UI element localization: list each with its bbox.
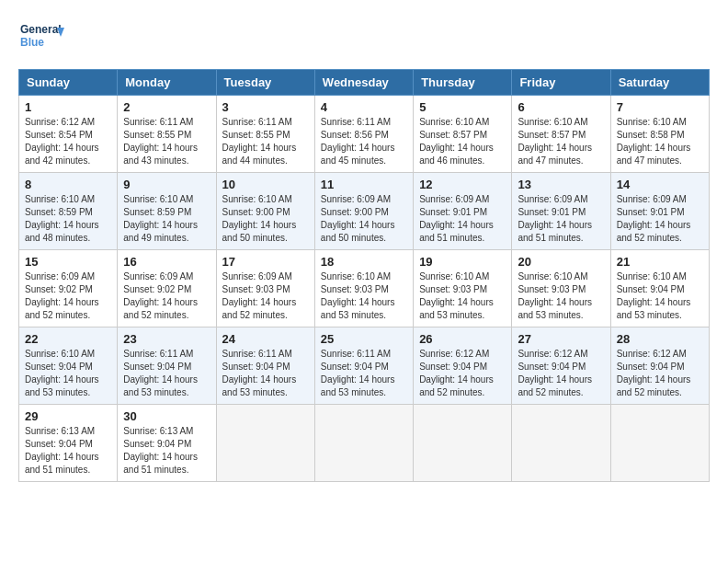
calendar-day-cell xyxy=(610,405,709,482)
day-number: 24 xyxy=(222,332,309,346)
day-number: 1 xyxy=(25,100,111,114)
day-info: Sunrise: 6:10 AM Sunset: 9:03 PM Dayligh… xyxy=(518,270,604,322)
day-info: Sunrise: 6:11 AM Sunset: 8:55 PM Dayligh… xyxy=(222,116,309,167)
calendar-day-cell: 5 Sunrise: 6:10 AM Sunset: 8:57 PM Dayli… xyxy=(414,96,512,173)
logo-svg: General Blue xyxy=(18,18,64,60)
svg-text:Blue: Blue xyxy=(20,36,44,49)
calendar-week-row: 29 Sunrise: 6:13 AM Sunset: 9:04 PM Dayl… xyxy=(19,405,710,482)
day-info: Sunrise: 6:12 AM Sunset: 9:04 PM Dayligh… xyxy=(419,348,506,399)
day-number: 2 xyxy=(123,100,210,114)
weekday-header: Saturday xyxy=(610,70,709,96)
calendar-day-cell: 11 Sunrise: 6:09 AM Sunset: 9:00 PM Dayl… xyxy=(314,173,413,250)
calendar-day-cell: 19 Sunrise: 6:10 AM Sunset: 9:03 PM Dayl… xyxy=(414,250,512,327)
day-number: 18 xyxy=(321,255,407,269)
calendar-day-cell: 22 Sunrise: 6:10 AM Sunset: 9:04 PM Dayl… xyxy=(19,327,118,405)
calendar-day-cell xyxy=(216,405,314,482)
day-number: 10 xyxy=(222,178,309,191)
day-number: 7 xyxy=(617,100,703,114)
day-info: Sunrise: 6:10 AM Sunset: 9:04 PM Dayligh… xyxy=(617,270,703,322)
day-number: 16 xyxy=(123,255,210,269)
day-number: 14 xyxy=(617,178,703,191)
day-number: 3 xyxy=(222,100,309,114)
day-number: 12 xyxy=(419,178,506,191)
calendar-day-cell: 10 Sunrise: 6:10 AM Sunset: 9:00 PM Dayl… xyxy=(216,173,314,250)
day-info: Sunrise: 6:10 AM Sunset: 8:59 PM Dayligh… xyxy=(123,193,210,245)
day-number: 28 xyxy=(617,332,703,346)
calendar-day-cell: 1 Sunrise: 6:12 AM Sunset: 8:54 PM Dayli… xyxy=(19,96,118,173)
calendar-table: SundayMondayTuesdayWednesdayThursdayFrid… xyxy=(18,69,710,482)
day-info: Sunrise: 6:12 AM Sunset: 9:04 PM Dayligh… xyxy=(518,348,604,399)
day-number: 17 xyxy=(222,255,309,269)
weekday-header: Sunday xyxy=(19,70,118,96)
day-info: Sunrise: 6:10 AM Sunset: 9:00 PM Dayligh… xyxy=(222,193,309,245)
day-number: 9 xyxy=(123,178,210,191)
day-info: Sunrise: 6:10 AM Sunset: 8:57 PM Dayligh… xyxy=(518,116,604,167)
calendar-day-cell: 23 Sunrise: 6:11 AM Sunset: 9:04 PM Dayl… xyxy=(118,327,216,405)
day-info: Sunrise: 6:09 AM Sunset: 9:02 PM Dayligh… xyxy=(123,270,210,322)
calendar-day-cell: 29 Sunrise: 6:13 AM Sunset: 9:04 PM Dayl… xyxy=(19,405,118,482)
calendar-day-cell: 21 Sunrise: 6:10 AM Sunset: 9:04 PM Dayl… xyxy=(610,250,709,327)
calendar-day-cell: 28 Sunrise: 6:12 AM Sunset: 9:04 PM Dayl… xyxy=(610,327,709,405)
day-number: 22 xyxy=(25,332,111,346)
calendar-day-cell: 20 Sunrise: 6:10 AM Sunset: 9:03 PM Dayl… xyxy=(512,250,610,327)
calendar-day-cell: 27 Sunrise: 6:12 AM Sunset: 9:04 PM Dayl… xyxy=(512,327,610,405)
day-number: 25 xyxy=(321,332,407,346)
day-number: 19 xyxy=(419,255,506,269)
svg-text:General: General xyxy=(20,23,62,36)
day-info: Sunrise: 6:11 AM Sunset: 8:56 PM Dayligh… xyxy=(321,116,407,167)
calendar-day-cell: 15 Sunrise: 6:09 AM Sunset: 9:02 PM Dayl… xyxy=(19,250,118,327)
calendar-day-cell: 6 Sunrise: 6:10 AM Sunset: 8:57 PM Dayli… xyxy=(512,96,610,173)
calendar-day-cell xyxy=(512,405,610,482)
calendar-day-cell: 26 Sunrise: 6:12 AM Sunset: 9:04 PM Dayl… xyxy=(414,327,512,405)
day-number: 26 xyxy=(419,332,506,346)
calendar-day-cell: 12 Sunrise: 6:09 AM Sunset: 9:01 PM Dayl… xyxy=(414,173,512,250)
day-number: 30 xyxy=(123,409,210,423)
day-number: 11 xyxy=(321,178,407,191)
day-info: Sunrise: 6:11 AM Sunset: 9:04 PM Dayligh… xyxy=(222,348,309,399)
calendar-week-row: 22 Sunrise: 6:10 AM Sunset: 9:04 PM Dayl… xyxy=(19,327,710,405)
day-info: Sunrise: 6:10 AM Sunset: 8:59 PM Dayligh… xyxy=(25,193,111,245)
day-info: Sunrise: 6:09 AM Sunset: 9:01 PM Dayligh… xyxy=(419,193,506,245)
weekday-header-row: SundayMondayTuesdayWednesdayThursdayFrid… xyxy=(19,70,710,96)
day-info: Sunrise: 6:09 AM Sunset: 9:01 PM Dayligh… xyxy=(617,193,703,245)
day-info: Sunrise: 6:09 AM Sunset: 9:03 PM Dayligh… xyxy=(222,270,309,322)
day-number: 29 xyxy=(25,409,111,423)
calendar-day-cell: 18 Sunrise: 6:10 AM Sunset: 9:03 PM Dayl… xyxy=(314,250,413,327)
day-number: 15 xyxy=(25,255,111,269)
calendar-week-row: 8 Sunrise: 6:10 AM Sunset: 8:59 PM Dayli… xyxy=(19,173,710,250)
calendar-day-cell: 9 Sunrise: 6:10 AM Sunset: 8:59 PM Dayli… xyxy=(118,173,216,250)
page-header: General Blue xyxy=(18,18,710,60)
calendar-day-cell xyxy=(414,405,512,482)
day-number: 13 xyxy=(518,178,604,191)
day-info: Sunrise: 6:11 AM Sunset: 9:04 PM Dayligh… xyxy=(123,348,210,399)
day-number: 8 xyxy=(25,178,111,191)
calendar-day-cell xyxy=(314,405,413,482)
day-number: 20 xyxy=(518,255,604,269)
weekday-header: Tuesday xyxy=(216,70,314,96)
day-info: Sunrise: 6:12 AM Sunset: 9:04 PM Dayligh… xyxy=(617,348,703,399)
calendar-day-cell: 17 Sunrise: 6:09 AM Sunset: 9:03 PM Dayl… xyxy=(216,250,314,327)
day-number: 4 xyxy=(321,100,407,114)
day-info: Sunrise: 6:10 AM Sunset: 8:57 PM Dayligh… xyxy=(419,116,506,167)
day-info: Sunrise: 6:11 AM Sunset: 9:04 PM Dayligh… xyxy=(321,348,407,399)
day-info: Sunrise: 6:11 AM Sunset: 8:55 PM Dayligh… xyxy=(123,116,210,167)
weekday-header: Wednesday xyxy=(314,70,413,96)
day-info: Sunrise: 6:09 AM Sunset: 9:00 PM Dayligh… xyxy=(321,193,407,245)
calendar-day-cell: 16 Sunrise: 6:09 AM Sunset: 9:02 PM Dayl… xyxy=(118,250,216,327)
day-info: Sunrise: 6:13 AM Sunset: 9:04 PM Dayligh… xyxy=(123,425,210,477)
weekday-header: Friday xyxy=(512,70,610,96)
calendar-day-cell: 2 Sunrise: 6:11 AM Sunset: 8:55 PM Dayli… xyxy=(118,96,216,173)
calendar-day-cell: 13 Sunrise: 6:09 AM Sunset: 9:01 PM Dayl… xyxy=(512,173,610,250)
logo: General Blue xyxy=(18,18,64,60)
weekday-header: Thursday xyxy=(414,70,512,96)
day-info: Sunrise: 6:10 AM Sunset: 9:03 PM Dayligh… xyxy=(419,270,506,322)
calendar-week-row: 1 Sunrise: 6:12 AM Sunset: 8:54 PM Dayli… xyxy=(19,96,710,173)
calendar-day-cell: 30 Sunrise: 6:13 AM Sunset: 9:04 PM Dayl… xyxy=(118,405,216,482)
day-number: 5 xyxy=(419,100,506,114)
calendar-day-cell: 25 Sunrise: 6:11 AM Sunset: 9:04 PM Dayl… xyxy=(314,327,413,405)
weekday-header: Monday xyxy=(118,70,216,96)
day-number: 21 xyxy=(617,255,703,269)
day-info: Sunrise: 6:10 AM Sunset: 9:04 PM Dayligh… xyxy=(25,348,111,399)
day-number: 6 xyxy=(518,100,604,114)
calendar-week-row: 15 Sunrise: 6:09 AM Sunset: 9:02 PM Dayl… xyxy=(19,250,710,327)
